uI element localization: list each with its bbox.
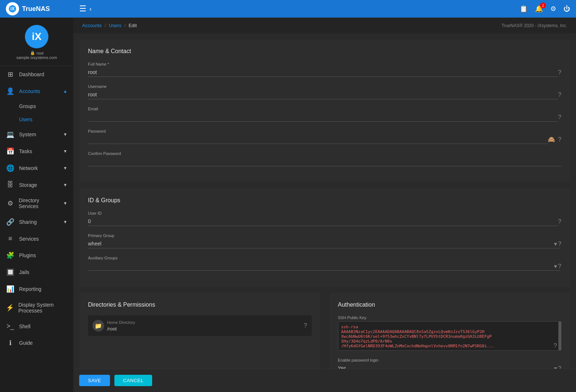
sidebar-item-label: Storage xyxy=(19,182,37,188)
confirm-password-field: Confirm Password xyxy=(88,151,561,166)
username-help-icon[interactable]: ? xyxy=(558,92,561,98)
display-system-processes-icon: ⚡ xyxy=(6,304,14,312)
settings-icon[interactable]: ⚙ xyxy=(550,5,556,13)
sidebar-item-storage[interactable]: 🗄 Storage ▼ xyxy=(0,177,73,193)
sidebar-item-system[interactable]: 💻 System ▼ xyxy=(0,126,73,143)
email-label: Email xyxy=(88,107,561,111)
sidebar-item-plugins[interactable]: 🧩 Plugins xyxy=(0,247,73,264)
sidebar-item-services[interactable]: ≡ Services xyxy=(0,230,73,247)
user-id-help-icon[interactable]: ? xyxy=(558,218,561,225)
clipboard-icon[interactable]: 📋 xyxy=(520,5,528,13)
full-name-label: Full Name * xyxy=(88,62,561,66)
home-dir-value: /root xyxy=(107,326,301,332)
reporting-icon: 📊 xyxy=(6,285,15,293)
username-label: Username xyxy=(88,84,561,89)
chevron-down-icon: ▼ xyxy=(63,201,67,206)
email-input[interactable] xyxy=(88,112,558,122)
app-name: TrueNAS xyxy=(22,5,50,13)
password-field: Password 🙈 ? xyxy=(88,129,561,144)
breadcrumb-accounts[interactable]: Accounts xyxy=(82,23,102,28)
full-name-input-row: ? xyxy=(88,68,561,77)
form-footer: SAVE CANCEL xyxy=(73,369,576,392)
sidebar-item-users[interactable]: Users xyxy=(0,113,73,126)
breadcrumb-sep-1: / xyxy=(104,23,106,28)
primary-group-select[interactable]: wheel xyxy=(88,239,560,248)
sidebar-item-tasks[interactable]: 📅 Tasks ▼ xyxy=(0,143,73,160)
copyright: TrueNAS® 2020 - iXsystems, Inc. xyxy=(502,23,567,28)
primary-group-help-icon[interactable]: ? xyxy=(558,241,561,247)
cancel-button[interactable]: CANCEL xyxy=(114,375,153,386)
sidebar-item-accounts[interactable]: 👤 Accounts ▲ xyxy=(0,83,73,100)
sidebar-domain: sample.ixsystems.com xyxy=(16,55,57,60)
username-field: Username ? xyxy=(88,84,561,99)
user-id-input[interactable] xyxy=(88,217,558,226)
sidebar-user: iX 🔒 root sample.ixsystems.com xyxy=(0,18,73,66)
save-button[interactable]: SAVE xyxy=(79,375,110,386)
password-label: Password xyxy=(88,129,561,133)
breadcrumb-users[interactable]: Users xyxy=(109,23,121,28)
user-lock-indicator: 🔒 root xyxy=(30,51,44,55)
avatar: iX xyxy=(25,25,48,48)
full-name-help-icon[interactable]: ? xyxy=(558,69,561,76)
id-groups-title: ID & Groups xyxy=(88,197,561,204)
topbar-actions: 👤 📋 🔔 2 ⚙ ⏻ xyxy=(504,5,570,13)
sidebar-item-shell[interactable]: >_ Shell xyxy=(0,318,73,334)
sidebar-item-sharing[interactable]: 🔗 Sharing ▼ xyxy=(0,214,73,230)
accounts-icon: 👤 xyxy=(6,87,15,95)
auxiliary-groups-select[interactable] xyxy=(88,262,560,271)
confirm-password-input[interactable] xyxy=(88,157,561,166)
sidebar-item-guide[interactable]: ℹ Guide xyxy=(0,334,73,351)
chevron-down-icon: ▼ xyxy=(63,182,67,188)
breadcrumb: Accounts / Users / Edit TrueNAS® 2020 - … xyxy=(73,18,576,33)
email-help-icon[interactable]: ? xyxy=(558,114,561,121)
primary-group-label: Primary Group xyxy=(88,233,561,238)
primary-group-select-row: wheel ▼ ? xyxy=(88,239,561,248)
sidebar: iX 🔒 root sample.ixsystems.com ⊞ Dashboa… xyxy=(0,18,73,392)
enable-password-help-icon[interactable]: ? xyxy=(558,365,561,369)
network-icon: 🌐 xyxy=(6,164,15,172)
sidebar-item-network[interactable]: 🌐 Network ▼ xyxy=(0,160,73,177)
sidebar-item-directory-services[interactable]: ⚙ Directory Services ▼ xyxy=(0,193,73,214)
auxiliary-groups-help-icon[interactable]: ? xyxy=(558,263,561,270)
auxiliary-groups-label: Auxiliary Groups xyxy=(88,256,561,260)
sidebar-item-display-system-processes[interactable]: ⚡ Display System Processes xyxy=(0,297,73,318)
home-dir-help-icon[interactable]: ? xyxy=(304,322,307,329)
back-button[interactable]: ‹ xyxy=(89,5,92,13)
sidebar-item-reporting[interactable]: 📊 Reporting xyxy=(0,281,73,297)
sidebar-item-label: Guide xyxy=(19,340,33,346)
sidebar-username: root xyxy=(37,51,44,55)
hamburger-menu[interactable]: ☰ xyxy=(79,4,87,14)
sidebar-item-groups[interactable]: Groups xyxy=(0,100,73,113)
name-contact-title: Name & Contact xyxy=(88,48,561,55)
directories-title: Directories & Permissions xyxy=(88,302,312,308)
auxiliary-groups-field: Auxiliary Groups ▼ ? xyxy=(88,256,561,271)
chevron-down-icon: ▼ xyxy=(63,132,67,137)
enable-password-login-select[interactable]: Yes No xyxy=(338,364,561,369)
chevron-down-icon: ▼ xyxy=(63,219,67,225)
jails-icon: 🔲 xyxy=(6,268,15,276)
main-layout: iX 🔒 root sample.ixsystems.com ⊞ Dashboa… xyxy=(0,18,576,392)
breadcrumb-sep-2: / xyxy=(124,23,126,28)
sharing-icon: 🔗 xyxy=(6,218,15,226)
password-input[interactable] xyxy=(88,135,548,144)
sidebar-item-label: Network xyxy=(19,165,38,171)
sidebar-item-label: Display System Processes xyxy=(18,302,67,314)
ssh-key-help-icon[interactable]: ? xyxy=(554,343,557,349)
sidebar-item-jails[interactable]: 🔲 Jails xyxy=(0,264,73,281)
sidebar-item-dashboard[interactable]: ⊞ Dashboard xyxy=(0,66,73,83)
alert-icon[interactable]: 👤 xyxy=(504,5,512,13)
password-help-icon[interactable]: ? xyxy=(558,136,561,143)
ssh-key-scrollbar[interactable] xyxy=(558,321,561,351)
ssh-key-container: ssh-rsaAAAAB3NzaC1yc2EAAAADAQABAAABAQC8x… xyxy=(338,321,562,351)
bell-icon[interactable]: 🔔 2 xyxy=(535,5,543,13)
ssh-public-key-box[interactable]: ssh-rsaAAAAB3NzaC1yc2EAAAADAQABAAABAQC8x… xyxy=(338,321,562,351)
chevron-down-icon: ▼ xyxy=(63,149,67,154)
chevron-down-icon: ▼ xyxy=(63,166,67,171)
sidebar-item-label: Tasks xyxy=(19,148,32,154)
content-area: Accounts / Users / Edit TrueNAS® 2020 - … xyxy=(73,18,576,392)
power-icon[interactable]: ⏻ xyxy=(564,5,570,13)
username-input[interactable] xyxy=(88,90,558,99)
password-visibility-toggle[interactable]: 🙈 xyxy=(548,136,555,143)
full-name-input[interactable] xyxy=(88,68,558,77)
home-dir-content: Home Directory /root xyxy=(107,320,301,332)
